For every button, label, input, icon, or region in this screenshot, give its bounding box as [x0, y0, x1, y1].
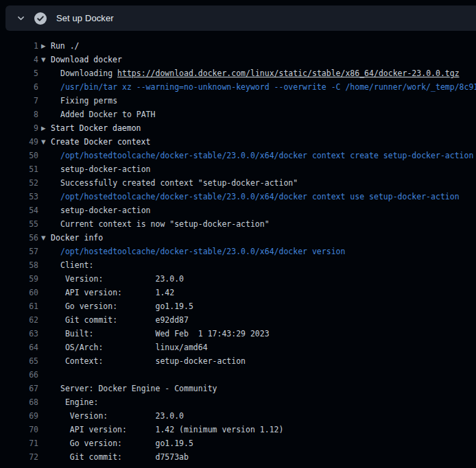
line-number[interactable]: 64 [0, 341, 38, 354]
log-text: Version: 23.0.0 [51, 272, 184, 286]
log-text: API version: 1.42 (minimum version 1.12) [51, 423, 283, 436]
line-number[interactable]: 72 [0, 450, 38, 464]
check-circle-icon [34, 12, 47, 25]
line-number[interactable]: 49 [0, 135, 38, 149]
log-row: 57/opt/hostedtoolcache/docker-stable/23.… [0, 245, 476, 258]
log-row: 52Successfully created context "setup-do… [0, 176, 476, 190]
line-number[interactable]: 62 [0, 313, 38, 327]
line-number[interactable]: 5 [0, 66, 38, 80]
log-text: setup-docker-action [51, 204, 151, 217]
log-command: /opt/hostedtoolcache/docker-stable/23.0.… [51, 245, 345, 258]
line-number[interactable]: 57 [0, 245, 38, 258]
line-number[interactable]: 58 [0, 258, 38, 272]
line-number[interactable]: 59 [0, 272, 38, 286]
log-row: 70 API version: 1.42 (minimum version 1.… [0, 423, 476, 436]
log-row: 68 Engine: [0, 395, 476, 409]
log-text: Git commit: e92dd87 [51, 313, 189, 327]
triangle-right-icon[interactable]: ▶ [41, 121, 51, 135]
log-group-title[interactable]: Create Docker context [51, 135, 150, 149]
workflow-log-page: Set up Docker 1▶Run ./4▼Download docker5… [0, 0, 476, 468]
line-number[interactable]: 51 [0, 162, 38, 176]
log-group-title[interactable]: Docker info [51, 231, 103, 245]
line-number[interactable]: 7 [0, 94, 38, 108]
gutter-spacer [41, 354, 51, 368]
gutter-spacer [41, 66, 51, 80]
log-row: 8Added Docker to PATH [0, 108, 476, 121]
gutter-spacer [41, 272, 51, 286]
line-number[interactable]: 50 [0, 149, 38, 162]
log-row: 7Fixing perms [0, 94, 476, 108]
triangle-down-icon[interactable]: ▼ [41, 231, 51, 245]
line-number[interactable]: 54 [0, 204, 38, 217]
log-group-title[interactable]: Start Docker daemon [51, 121, 141, 135]
log-text: Go version: go1.19.5 [51, 299, 193, 313]
line-number[interactable]: 60 [0, 286, 38, 299]
gutter-spacer [41, 327, 51, 341]
log-text: Fixing perms [51, 94, 117, 108]
gutter-spacer [41, 382, 51, 395]
log-text: Version: 23.0.0 [51, 409, 184, 423]
gutter-spacer [41, 409, 51, 423]
gutter-spacer [41, 108, 51, 121]
line-number[interactable]: 63 [0, 327, 38, 341]
log-row: 54setup-docker-action [0, 204, 476, 217]
line-number[interactable]: 70 [0, 423, 38, 436]
line-number[interactable]: 71 [0, 436, 38, 450]
log-text: API version: 1.42 [51, 286, 174, 299]
log-row: 6/usr/bin/tar xz --warning=no-unknown-ke… [0, 80, 476, 94]
log-group-title[interactable]: Run ./ [51, 39, 80, 53]
log-row: 60 API version: 1.42 [0, 286, 476, 299]
line-number[interactable]: 61 [0, 299, 38, 313]
step-title: Set up Docker [56, 13, 114, 23]
line-number[interactable]: 1 [0, 39, 38, 53]
log-row: 50/opt/hostedtoolcache/docker-stable/23.… [0, 149, 476, 162]
log-text [51, 368, 60, 382]
log-row: 64 OS/Arch: linux/amd64 [0, 341, 476, 354]
line-number[interactable]: 9 [0, 121, 38, 135]
log-row: 69 Version: 23.0.0 [0, 409, 476, 423]
gutter-spacer [41, 341, 51, 354]
log-row: 53/opt/hostedtoolcache/docker-stable/23.… [0, 190, 476, 204]
gutter-spacer [41, 217, 51, 231]
step-header[interactable]: Set up Docker [5, 5, 476, 31]
log-link[interactable]: https://download.docker.com/linux/static… [117, 69, 460, 78]
log-row: 62 Git commit: e92dd87 [0, 313, 476, 327]
line-number[interactable]: 68 [0, 395, 38, 409]
log-command: /opt/hostedtoolcache/docker-stable/23.0.… [51, 149, 473, 162]
log-text: Go version: go1.19.5 [51, 436, 193, 450]
log-command: /opt/hostedtoolcache/docker-stable/23.0.… [51, 190, 460, 204]
line-number[interactable]: 56 [0, 231, 38, 245]
triangle-right-icon[interactable]: ▶ [41, 39, 51, 53]
gutter-spacer [41, 258, 51, 272]
log-row: 67Server: Docker Engine - Community [0, 382, 476, 395]
log-text: setup-docker-action [51, 162, 151, 176]
chevron-down-icon[interactable] [16, 14, 25, 23]
line-number[interactable]: 8 [0, 108, 38, 121]
line-number[interactable]: 53 [0, 190, 38, 204]
line-number[interactable]: 69 [0, 409, 38, 423]
gutter-spacer [41, 149, 51, 162]
log-text: Context: setup-docker-action [51, 354, 246, 368]
log-text: OS/Arch: linux/amd64 [51, 341, 208, 354]
log-text: Engine: [51, 395, 98, 409]
triangle-down-icon[interactable]: ▼ [41, 135, 51, 149]
log-group-title[interactable]: Download docker [51, 53, 122, 66]
triangle-down-icon[interactable]: ▼ [41, 53, 51, 66]
log-text: Downloading https://download.docker.com/… [51, 66, 460, 80]
gutter-spacer [41, 190, 51, 204]
line-number[interactable]: 6 [0, 80, 38, 94]
line-number[interactable]: 55 [0, 217, 38, 231]
log-row: 5Downloading https://download.docker.com… [0, 66, 476, 80]
line-number[interactable]: 65 [0, 354, 38, 368]
log-row: 1▶Run ./ [0, 39, 476, 53]
line-number[interactable]: 52 [0, 176, 38, 190]
line-number[interactable]: 67 [0, 382, 38, 395]
gutter-spacer [41, 313, 51, 327]
log-text: Built: Wed Feb 1 17:43:29 2023 [51, 327, 270, 341]
line-number[interactable]: 4 [0, 53, 38, 66]
log-row: 55Current context is now "setup-docker-a… [0, 217, 476, 231]
log-row: 61 Go version: go1.19.5 [0, 299, 476, 313]
line-number[interactable]: 66 [0, 368, 38, 382]
gutter-spacer [41, 395, 51, 409]
log-text: Current context is now "setup-docker-act… [51, 217, 270, 231]
